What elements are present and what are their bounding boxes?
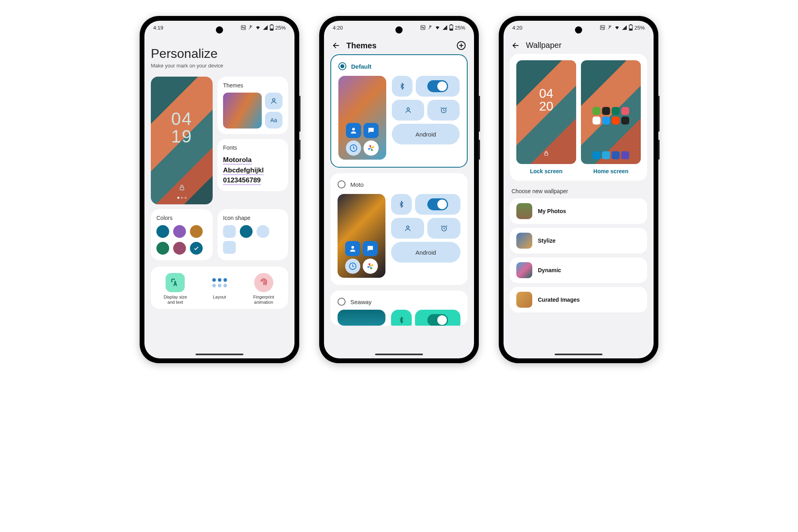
home-indicator[interactable]	[555, 354, 602, 355]
color-swatch-selected[interactable]	[190, 242, 203, 255]
wallpaper-source-curated[interactable]: Curated Images	[510, 287, 647, 312]
themes-label: Themes	[223, 82, 282, 89]
source-thumb	[516, 262, 532, 278]
home-indicator[interactable]	[196, 354, 243, 355]
homescreen-tab[interactable]: Home screen	[581, 60, 641, 174]
radio-unselected[interactable]	[338, 298, 346, 306]
add-icon[interactable]	[456, 41, 466, 50]
iconshape-card[interactable]: Icon shape	[217, 209, 288, 260]
fingerprint-icon	[258, 277, 269, 288]
signal-icon	[622, 25, 627, 30]
radio-selected[interactable]	[338, 62, 346, 70]
contacts-app-icon	[345, 241, 360, 256]
fonts-card[interactable]: Fonts Motorola Abcdefghijkl 0123456789	[217, 139, 288, 191]
text-size-icon	[170, 277, 180, 288]
contacts-app-icon	[346, 123, 361, 138]
color-swatch[interactable]	[190, 225, 203, 238]
svg-point-15	[352, 246, 354, 249]
color-swatch[interactable]	[156, 242, 169, 255]
android-pill: Android	[391, 242, 460, 263]
wallpaper-source-my-photos[interactable]: My Photos	[510, 198, 647, 224]
svg-rect-2	[271, 24, 272, 25]
source-thumb	[516, 203, 532, 219]
android-pill: Android	[392, 124, 460, 144]
camera-punchhole	[575, 26, 582, 34]
bluetooth-icon-pill	[391, 310, 412, 326]
clock-app-icon	[346, 140, 361, 156]
fonts-label: Fonts	[223, 144, 282, 151]
messages-app-icon	[363, 123, 379, 138]
page-subtitle: Make your mark on your device	[151, 63, 288, 69]
wallpaper-source-dynamic[interactable]: Dynamic	[510, 257, 647, 283]
color-swatch[interactable]	[156, 225, 169, 238]
person-icon-pill	[265, 93, 282, 109]
theme-card-seaway[interactable]: Seaway	[330, 291, 468, 326]
themes-card[interactable]: Themes Aa	[217, 77, 288, 134]
wallpaper-preview[interactable]: 04 19	[151, 77, 213, 204]
section-label: Choose new wallpaper	[512, 188, 646, 194]
person-icon	[404, 225, 411, 232]
colors-label: Colors	[156, 215, 207, 221]
wallpaper-tabs-card: 0420 Lock screen	[510, 54, 647, 181]
theme-name: Moto	[350, 181, 363, 188]
theme-wallpaper-preview	[338, 194, 385, 278]
wifi-icon	[435, 25, 440, 30]
camera-punchhole	[395, 26, 403, 34]
svg-point-17	[407, 226, 409, 228]
color-swatch[interactable]	[173, 242, 186, 255]
status-icons: 25%	[420, 24, 465, 31]
homescreen-preview	[581, 60, 641, 164]
shape-circle-selected[interactable]	[240, 225, 253, 238]
back-icon[interactable]	[512, 41, 520, 50]
page-title: Themes	[346, 41, 451, 50]
svg-point-11	[352, 128, 355, 131]
lock-icon	[179, 184, 185, 192]
source-label: Curated Images	[538, 297, 580, 303]
svg-rect-9	[450, 29, 452, 30]
back-icon[interactable]	[332, 41, 341, 50]
shape-circle[interactable]	[257, 225, 269, 238]
person-icon-pill	[392, 100, 424, 121]
lock-clock: 0420	[539, 87, 553, 113]
home-app-grid	[593, 107, 629, 125]
source-label: Dynamic	[538, 267, 561, 273]
dot-icon	[218, 284, 221, 287]
svg-point-13	[407, 108, 409, 110]
alarm-icon-pill	[427, 100, 460, 121]
battery-percent: 25%	[634, 25, 645, 31]
home-indicator[interactable]	[375, 354, 423, 355]
battery-percent: 25%	[455, 25, 465, 31]
fingerprint-button[interactable]: Fingerprint animation	[241, 273, 286, 305]
wifi-icon	[614, 25, 620, 30]
theme-card-default[interactable]: Default	[330, 54, 468, 168]
color-swatch[interactable]	[173, 225, 186, 238]
radio-unselected[interactable]	[338, 180, 346, 188]
bluetooth-icon	[399, 83, 406, 90]
source-thumb	[516, 233, 532, 249]
nfc-icon	[420, 25, 426, 30]
bluetooth-icon	[398, 316, 405, 324]
layout-label: Layout	[198, 295, 242, 300]
toggle-on	[427, 198, 448, 210]
shape-rounded[interactable]	[223, 241, 236, 254]
theme-wallpaper-preview	[338, 310, 385, 326]
display-size-button[interactable]: Display size and text	[153, 273, 198, 305]
layout-button[interactable]: Layout	[198, 273, 242, 305]
vibrate-icon	[248, 25, 253, 30]
shape-squircle[interactable]	[223, 225, 236, 238]
phone-frame-2: 4:20 25% Themes Default	[319, 16, 479, 363]
person-icon-pill	[391, 218, 424, 239]
wallpaper-source-stylize[interactable]: Stylize	[510, 228, 647, 253]
colors-card[interactable]: Colors	[151, 209, 213, 260]
lockscreen-tab[interactable]: 0420 Lock screen	[516, 60, 576, 174]
phone-side-button	[299, 96, 300, 132]
vibrate-icon	[607, 25, 612, 30]
alarm-icon	[440, 107, 447, 114]
lockscreen-preview: 0420	[516, 60, 576, 164]
photos-app-icon	[363, 259, 378, 274]
alarm-icon-pill	[427, 218, 460, 239]
phone-side-button-2	[658, 140, 660, 160]
theme-card-moto[interactable]: Moto	[330, 173, 468, 285]
homescreen-label: Home screen	[581, 168, 641, 174]
wifi-icon	[255, 25, 261, 30]
